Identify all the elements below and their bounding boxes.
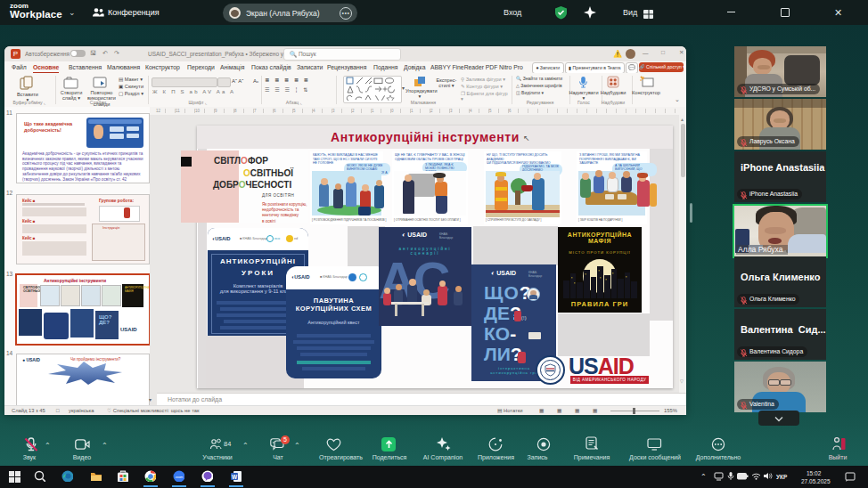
svg-text:zoom: zoom — [176, 476, 184, 479]
svg-text:W: W — [232, 474, 238, 480]
